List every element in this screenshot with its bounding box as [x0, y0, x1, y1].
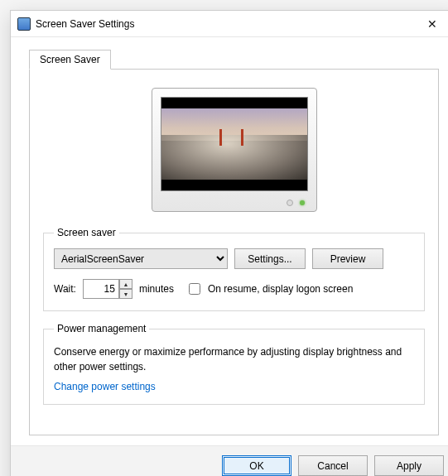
wait-spin-up[interactable]: ▲ [119, 279, 132, 289]
resume-checkbox-text: On resume, display logon screen [208, 283, 353, 295]
minutes-label: minutes [139, 283, 174, 295]
tab-panel: Screen saver AerialScreenSaver Settings.… [29, 69, 439, 435]
monitor-power-button-icon [287, 200, 293, 206]
titlebar: Screen Saver Settings ✕ [11, 11, 448, 37]
close-icon: ✕ [427, 17, 437, 31]
settings-button[interactable]: Settings... [234, 248, 306, 269]
wait-spinner: ▲ ▼ [83, 279, 132, 299]
wait-label: Wait: [54, 283, 76, 295]
wait-input[interactable] [83, 279, 119, 299]
screensaver-select[interactable]: AerialScreenSaver [54, 248, 228, 269]
dialog-body: Screen Saver Screen saver [11, 37, 448, 445]
change-power-settings-link[interactable]: Change power settings [54, 381, 156, 392]
resume-checkbox-label[interactable]: On resume, display logon screen [185, 281, 353, 297]
monitor-icon [152, 88, 317, 212]
power-management-legend: Power management [54, 323, 149, 334]
screensaver-legend: Screen saver [54, 227, 119, 238]
preview-button[interactable]: Preview [312, 248, 383, 269]
ok-button[interactable]: OK [222, 455, 291, 476]
apply-button[interactable]: Apply [374, 455, 444, 476]
screensaver-app-icon [17, 17, 31, 31]
close-button[interactable]: ✕ [416, 11, 448, 36]
dialog-footer: OK Cancel Apply [11, 445, 448, 476]
monitor-led-icon [300, 200, 305, 205]
power-management-text: Conserve energy or maximize performance … [54, 344, 414, 374]
monitor-preview [43, 84, 425, 227]
screensaver-group: Screen saver AerialScreenSaver Settings.… [43, 227, 425, 311]
cancel-button[interactable]: Cancel [298, 455, 368, 476]
resume-checkbox[interactable] [189, 283, 200, 295]
wait-spin-down[interactable]: ▼ [119, 289, 132, 299]
monitor-screen [161, 97, 308, 191]
tab-screen-saver[interactable]: Screen Saver [29, 50, 111, 70]
window-title: Screen Saver Settings [31, 18, 416, 30]
screen-saver-settings-dialog: Screen Saver Settings ✕ Screen Saver [10, 10, 448, 476]
tabstrip: Screen Saver [29, 50, 439, 70]
power-management-group: Power management Conserve energy or maxi… [43, 323, 425, 405]
